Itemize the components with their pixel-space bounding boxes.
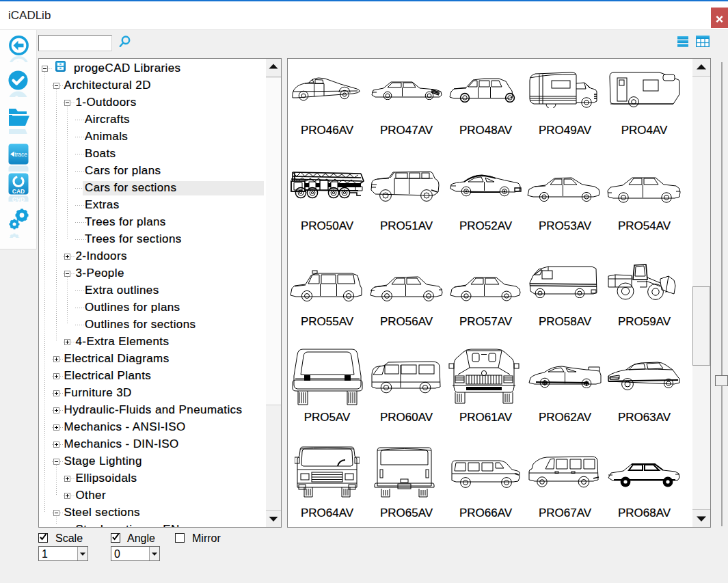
svg-text:trace: trace (15, 152, 28, 158)
svg-text:CAD: CAD (12, 188, 25, 195)
svg-text:CAD: CAD (12, 196, 25, 202)
